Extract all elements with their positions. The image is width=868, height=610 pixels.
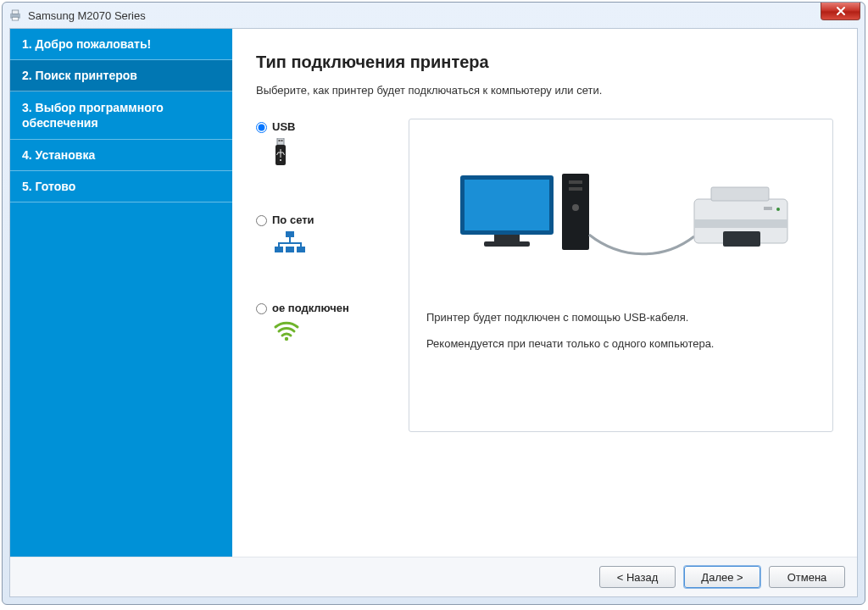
svg-rect-24 [723, 231, 760, 247]
svg-rect-1 [12, 10, 19, 14]
svg-rect-26 [764, 207, 772, 210]
svg-rect-23 [711, 187, 769, 201]
usb-illustration [426, 133, 815, 311]
detail-line1: Принтер будет подключен с помощью USB-ка… [426, 311, 815, 324]
close-button[interactable] [821, 3, 860, 20]
close-icon [836, 6, 846, 16]
option-wireless[interactable]: ое подключен [256, 302, 409, 344]
button-bar: < Назад Далее > Отмена [10, 557, 857, 596]
option-usb[interactable]: USB [256, 120, 409, 171]
svg-rect-5 [281, 140, 283, 141]
dialog-body: 1. Добро пожаловать! 2. Поиск принтеров … [9, 28, 858, 597]
svg-point-20 [572, 204, 579, 211]
wizard-sidebar: 1. Добро пожаловать! 2. Поиск принтеров … [10, 29, 232, 557]
radio-wireless[interactable] [256, 303, 267, 314]
svg-rect-8 [286, 231, 294, 237]
option-usb-label: USB [272, 120, 295, 133]
connection-options: USB [256, 119, 409, 432]
sidebar-step-search[interactable]: 2. Поиск принтеров [10, 60, 232, 92]
svg-rect-14 [465, 180, 549, 230]
next-button[interactable]: Далее > [684, 566, 760, 588]
detail-line2: Рекомендуется при печати только с одного… [426, 337, 815, 350]
page-heading: Тип подключения принтера [256, 53, 833, 72]
svg-rect-11 [297, 247, 305, 252]
sidebar-step-welcome[interactable]: 1. Добро пожаловать! [10, 29, 232, 60]
svg-rect-15 [494, 235, 520, 241]
option-wireless-label: ое подключен [272, 302, 349, 314]
detail-text: Принтер будет подключен с помощью USB-ка… [426, 311, 815, 363]
sidebar-step-software[interactable]: 3. Выбор программного обеспечения [10, 92, 232, 140]
radio-usb[interactable] [256, 122, 267, 133]
option-network-label: По сети [272, 214, 314, 226]
svg-point-12 [285, 337, 288, 341]
main-panel: Тип подключения принтера Выберите, как п… [232, 29, 857, 557]
printer-app-icon [8, 8, 23, 23]
sidebar-step-install[interactable]: 4. Установка [10, 140, 232, 171]
radio-network[interactable] [256, 215, 267, 226]
cancel-button[interactable]: Отмена [769, 566, 845, 588]
svg-rect-22 [694, 219, 787, 228]
svg-rect-18 [569, 180, 582, 184]
svg-rect-17 [562, 174, 589, 250]
svg-point-25 [776, 208, 780, 211]
connection-row: USB [256, 119, 833, 432]
wifi-icon [273, 319, 409, 344]
svg-point-7 [280, 159, 281, 161]
svg-rect-9 [275, 247, 283, 252]
usb-stick-icon [273, 138, 409, 171]
installer-window: Samsung M2070 Series 1. Добро пожаловать… [2, 2, 865, 605]
option-network[interactable]: По сети [256, 214, 409, 259]
titlebar: Samsung M2070 Series [3, 3, 865, 28]
sidebar-step-done[interactable]: 5. Готово [10, 171, 232, 202]
svg-rect-2 [12, 17, 19, 20]
svg-rect-4 [279, 140, 281, 141]
connection-detail-panel: Принтер будет подключен с помощью USB-ка… [409, 119, 833, 432]
back-button[interactable]: < Назад [599, 566, 676, 588]
network-icon [273, 231, 409, 259]
svg-rect-16 [484, 241, 530, 247]
content-row: 1. Добро пожаловать! 2. Поиск принтеров … [10, 29, 857, 557]
svg-rect-19 [569, 187, 582, 191]
window-title: Samsung M2070 Series [28, 9, 146, 22]
svg-rect-3 [277, 138, 284, 145]
page-subtitle: Выберите, как принтер будет подключаться… [256, 84, 833, 97]
svg-rect-10 [286, 247, 294, 252]
